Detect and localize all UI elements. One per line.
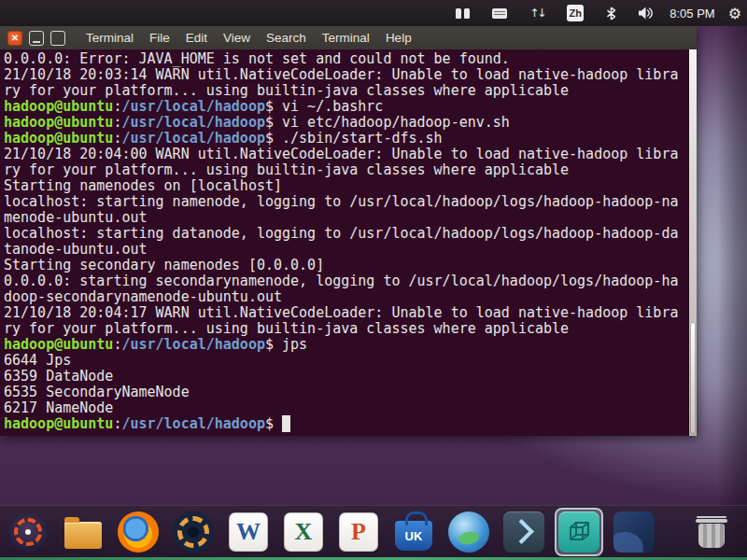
terminal-output[interactable]: 0.0.0.0: Error: JAVA_HOME is not set and… — [0, 49, 688, 436]
dock: WXPUK — [0, 505, 747, 557]
firefox-icon — [118, 511, 159, 553]
terminal-line: doop-secondarynamenode-ubuntu.out — [4, 289, 684, 305]
scrollbar-thumb[interactable] — [690, 322, 696, 434]
window-controls: ✕ — [7, 31, 65, 46]
terminal-line: 21/10/18 20:04:17 WARN util.NativeCodeLo… — [4, 305, 684, 321]
dock-item-launcher[interactable] — [501, 510, 546, 554]
terminal-line: 6644 Jps — [4, 353, 684, 369]
terminal-line: menode-ubuntu.out — [4, 210, 684, 226]
chevron-right-icon — [503, 511, 544, 553]
dock-item-kylin-store[interactable]: UK — [391, 510, 436, 554]
terminal-line: localhost: starting datanode, logging to… — [4, 226, 684, 242]
menu-item-help-6[interactable]: Help — [386, 31, 412, 45]
terminal-line: 0.0.0.0: Error: JAVA_HOME is not set and… — [4, 51, 684, 67]
dock-item-powerpoint[interactable]: P — [336, 510, 381, 554]
menu-item-search-4[interactable]: Search — [266, 31, 306, 45]
terminal-line: hadoop@ubuntu:/usr/local/hadoop$ ./sbin/… — [4, 131, 684, 147]
terminal-line: hadoop@ubuntu:/usr/local/hadoop$ vi etc/… — [4, 115, 684, 131]
minimize-button[interactable] — [29, 31, 44, 46]
word-icon: W — [229, 512, 268, 552]
terminal-cursor — [282, 415, 290, 432]
terminal-line: ry for your platform... using builtin-ja… — [4, 321, 684, 337]
scrollbar[interactable] — [688, 49, 697, 436]
terminal-line: hadoop@ubuntu:/usr/local/hadoop$ vi ~/.b… — [4, 99, 684, 115]
clock[interactable]: 8:05 PM — [669, 7, 714, 21]
terminal-window: ✕ TerminalFileEditViewSearchTerminalHelp… — [0, 26, 697, 436]
powerpoint-letter: P — [351, 520, 366, 544]
globe-app-icon — [448, 511, 489, 553]
input-method-badge[interactable]: Zh — [567, 5, 584, 21]
maximize-button[interactable] — [50, 31, 65, 46]
bluetooth-icon[interactable] — [606, 7, 616, 21]
terminal-line: 6217 NameNode — [4, 400, 684, 416]
folder-icon — [64, 522, 102, 549]
camera-lens-icon — [173, 511, 214, 553]
terminal-line: 21/10/18 20:03:14 WARN util.NativeCodeLo… — [4, 67, 684, 83]
desktop: ↑↓ Zh 8:05 PM ⚙ ✕ TerminalFileEditViewSe… — [0, 0, 747, 560]
powerpoint-icon: P — [339, 512, 378, 552]
terminal-line: tanode-ubuntu.out — [4, 242, 684, 258]
terminal-line: localhost: starting namenode, logging to… — [4, 194, 684, 210]
top-panel: ↑↓ Zh 8:05 PM ⚙ — [0, 0, 747, 26]
network-arrows-icon[interactable]: ↑↓ — [529, 7, 544, 20]
settings-gear-icon[interactable]: ⚙ — [728, 5, 741, 22]
dock-item-excel[interactable]: X — [281, 510, 326, 554]
menubar-items: TerminalFileEditViewSearchTerminalHelp — [86, 31, 412, 45]
menu-item-edit-2[interactable]: Edit — [186, 31, 207, 45]
dock-item-trash[interactable] — [689, 510, 734, 554]
terminal-line: 0.0.0.0: starting secondarynamenode, log… — [4, 273, 684, 289]
shopping-bag-icon: UK — [395, 521, 432, 551]
terminal-body: 0.0.0.0: Error: JAVA_HOME is not set and… — [0, 49, 697, 436]
dock-item-firefox[interactable] — [116, 510, 161, 554]
dock-item-files[interactable] — [61, 510, 106, 554]
dock-item-ubuntu[interactable] — [6, 510, 50, 554]
dock-item-lens[interactable] — [171, 510, 216, 554]
menu-item-terminal-5[interactable]: Terminal — [322, 31, 370, 45]
menu-item-file-1[interactable]: File — [149, 31, 170, 45]
terminal-line: Starting secondary namenodes [0.0.0.0] — [4, 258, 684, 273]
menubar: ✕ TerminalFileEditViewSearchTerminalHelp — [0, 26, 697, 49]
terminal-line: hadoop@ubuntu:/usr/local/hadoop$ — [4, 416, 684, 432]
terminal-line: ry for your platform... using builtin-ja… — [4, 162, 684, 178]
word-letter: W — [236, 520, 261, 544]
panels-icon[interactable] — [456, 8, 470, 19]
dock-item-boxes[interactable] — [557, 510, 601, 554]
dock-item-youker[interactable] — [446, 510, 491, 554]
dark-blue-app-icon — [613, 511, 655, 553]
close-button[interactable]: ✕ — [7, 31, 22, 46]
trash-icon — [698, 515, 726, 549]
volume-icon[interactable] — [639, 7, 655, 20]
excel-icon: X — [284, 512, 323, 552]
menu-item-terminal-0[interactable]: Terminal — [86, 31, 134, 45]
ubuntu-logo-icon — [7, 511, 49, 553]
terminal-line: 21/10/18 20:04:00 WARN util.NativeCodeLo… — [4, 147, 684, 162]
menu-item-view-3[interactable]: View — [223, 31, 250, 45]
terminal-line: ry for your platform... using builtin-ja… — [4, 83, 684, 99]
terminal-line: 6359 DataNode — [4, 369, 684, 385]
dock-item-blueapp[interactable] — [612, 510, 656, 554]
cube-icon — [558, 511, 599, 553]
dock-item-word[interactable]: W — [226, 510, 271, 554]
kylin-store-letter: UK — [405, 530, 423, 542]
excel-letter: X — [295, 520, 313, 544]
terminal-line: hadoop@ubuntu:/usr/local/hadoop$ jps — [4, 337, 684, 353]
terminal-line: 6535 SecondaryNameNode — [4, 385, 684, 400]
keyboard-icon[interactable] — [492, 8, 507, 19]
terminal-line: Starting namenodes on [localhost] — [4, 178, 684, 194]
